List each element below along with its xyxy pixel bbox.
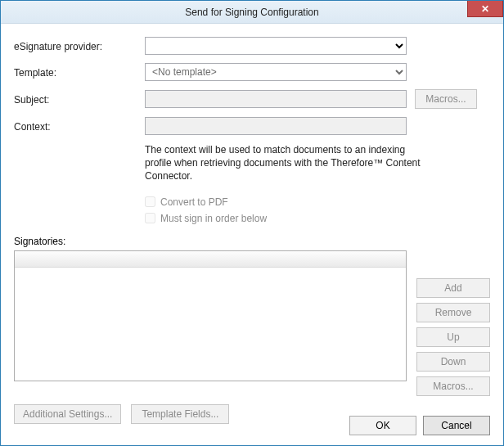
ok-button[interactable]: OK [349,416,416,435]
context-label: Context: [14,119,145,133]
template-select[interactable]: <No template> [145,63,407,81]
up-button[interactable]: Up [416,327,490,347]
signatories-listbox[interactable] [14,250,407,381]
subject-input[interactable] [145,90,407,108]
signatories-label: Signatories: [14,236,490,247]
context-help-text: The context will be used to match docume… [145,143,423,183]
close-icon: ✕ [481,4,489,14]
must-sign-order-label: Must sign in order below [160,213,267,224]
signatories-list-header [15,251,406,268]
template-label: Template: [14,65,145,79]
context-input[interactable] [145,117,407,135]
convert-pdf-checkbox[interactable] [145,196,155,207]
must-sign-order-checkbox[interactable] [145,213,155,223]
remove-button[interactable]: Remove [416,303,490,322]
template-fields-button[interactable]: Template Fields... [131,404,229,424]
macros-subject-button[interactable]: Macros... [415,89,477,109]
dialog-window: Send for Signing Configuration ✕ eSignat… [0,0,504,446]
window-title: Send for Signing Configuration [185,7,318,18]
down-button[interactable]: Down [416,352,490,372]
provider-select[interactable] [145,37,407,55]
convert-pdf-label: Convert to PDF [160,196,228,208]
cancel-button[interactable]: Cancel [423,416,490,435]
dialog-content: eSignature provider: Template: <No templ… [1,24,503,432]
macros-signatories-button[interactable]: Macros... [416,376,490,396]
close-button[interactable]: ✕ [467,1,503,17]
subject-label: Subject: [14,92,145,106]
additional-settings-button[interactable]: Additional Settings... [14,404,121,424]
provider-label: eSignature provider: [14,39,145,52]
titlebar: Send for Signing Configuration ✕ [1,1,503,24]
add-button[interactable]: Add [416,278,490,298]
